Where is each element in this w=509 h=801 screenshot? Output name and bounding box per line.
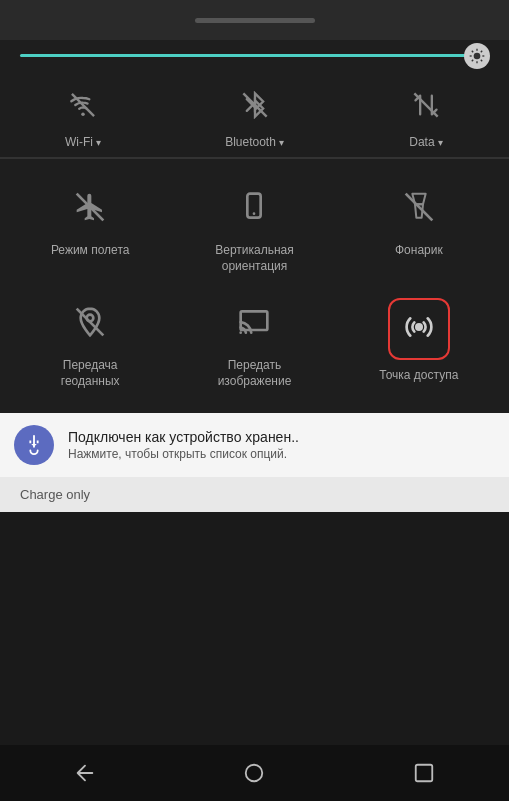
qs-flashlight[interactable]: Фонарик — [337, 175, 501, 282]
location-label: Передачагеоданных — [61, 358, 120, 389]
svg-point-13 — [415, 323, 423, 331]
location-off-icon — [74, 306, 106, 342]
charge-only-bar[interactable]: Charge only — [0, 477, 509, 512]
home-icon — [243, 762, 265, 784]
svg-line-7 — [481, 50, 482, 51]
data-label: Data ▾ — [409, 135, 442, 149]
airplane-icon — [74, 191, 106, 227]
airplane-icon-wrap — [64, 183, 116, 235]
quick-toggle-row: Wi-Fi ▾ Bluetooth ▾ — [0, 71, 509, 158]
qs-orientation[interactable]: Вертикальнаяориентация — [172, 175, 336, 282]
hotspot-icon-wrap — [388, 298, 450, 360]
qs-hotspot[interactable]: Точка доступа — [337, 290, 501, 397]
drag-handle[interactable] — [195, 18, 315, 23]
hotspot-label: Точка доступа — [379, 368, 458, 384]
orientation-icon — [238, 191, 270, 227]
back-icon — [74, 762, 96, 784]
svg-rect-12 — [241, 312, 268, 331]
sun-icon — [469, 48, 485, 64]
notification-title: Подключен как устройство хранен.. — [68, 429, 495, 445]
orientation-label: Вертикальнаяориентация — [215, 243, 294, 274]
wifi-icon-wrap — [59, 83, 107, 131]
flashlight-icon — [403, 191, 435, 227]
notification-text: Подключен как устройство хранен.. Нажмит… — [68, 429, 495, 461]
airplane-label: Режим полета — [51, 243, 130, 259]
data-toggle[interactable]: Data ▾ — [402, 83, 450, 149]
brightness-thumb — [464, 43, 490, 69]
cast-label: Передатьизображение — [218, 358, 292, 389]
data-off-icon — [412, 91, 440, 123]
nav-bar — [0, 745, 509, 801]
hotspot-icon — [403, 311, 435, 347]
qs-airplane[interactable]: Режим полета — [8, 175, 172, 282]
brightness-slider[interactable] — [20, 54, 489, 57]
svg-line-8 — [472, 59, 473, 60]
usb-icon-circle — [14, 425, 54, 465]
wifi-toggle[interactable]: Wi-Fi ▾ — [59, 83, 107, 149]
brightness-row — [0, 40, 509, 71]
location-icon-wrap — [64, 298, 116, 350]
home-button[interactable] — [229, 748, 279, 798]
svg-line-6 — [481, 59, 482, 60]
wifi-off-icon — [69, 91, 97, 123]
orientation-icon-wrap — [228, 183, 280, 235]
bluetooth-icon-wrap — [231, 83, 279, 131]
bluetooth-off-icon — [241, 91, 269, 123]
charge-only-label: Charge only — [20, 487, 90, 502]
bluetooth-toggle[interactable]: Bluetooth ▾ — [225, 83, 284, 149]
notification-bar[interactable]: Подключен как устройство хранен.. Нажмит… — [0, 413, 509, 477]
quick-settings-grid: Режим полета Вертикальнаяориентация — [0, 159, 509, 413]
recent-icon — [413, 762, 435, 784]
svg-point-10 — [253, 212, 256, 215]
bluetooth-label: Bluetooth ▾ — [225, 135, 284, 149]
cast-icon — [238, 306, 270, 342]
back-button[interactable] — [60, 748, 110, 798]
svg-point-0 — [474, 52, 481, 59]
svg-line-5 — [472, 50, 473, 51]
cast-icon-wrap — [228, 298, 280, 350]
qs-cast[interactable]: Передатьизображение — [172, 290, 336, 397]
usb-icon — [23, 434, 45, 456]
flashlight-icon-wrap — [393, 183, 445, 235]
svg-point-14 — [246, 765, 263, 782]
top-bar — [0, 0, 509, 40]
recent-button[interactable] — [399, 748, 449, 798]
qs-location[interactable]: Передачагеоданных — [8, 290, 172, 397]
svg-rect-15 — [416, 765, 433, 782]
flashlight-label: Фонарик — [395, 243, 443, 259]
data-icon-wrap — [402, 83, 450, 131]
notification-subtitle: Нажмите, чтобы открыть список опций. — [68, 447, 495, 461]
wifi-label: Wi-Fi ▾ — [65, 135, 101, 149]
